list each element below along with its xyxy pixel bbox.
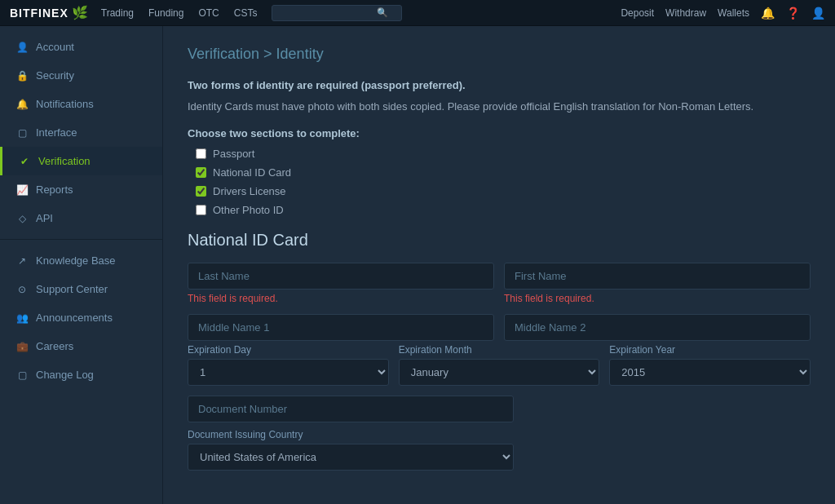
- logo: BITFINEX 🌿: [10, 5, 88, 20]
- middle-name2-group: [504, 314, 811, 341]
- deposit-link[interactable]: Deposit: [621, 7, 654, 19]
- logo-text: BITFINEX: [10, 7, 68, 20]
- middle-name1-group: [188, 314, 494, 341]
- nav-csts[interactable]: CSTs: [234, 7, 258, 19]
- drivers-license-checkbox[interactable]: [196, 186, 206, 197]
- national-id-label: National ID Card: [213, 166, 291, 179]
- expiration-day-select[interactable]: 1 2345 6789 10111213 14151617 18192021 2…: [188, 359, 389, 386]
- sidebar-item-security[interactable]: 🔒 Security: [0, 61, 162, 90]
- wallets-link[interactable]: Wallets: [718, 7, 749, 19]
- breadcrumb-parent: Verification: [188, 46, 259, 62]
- topnav-right: Deposit Withdraw Wallets 🔔 ❓ 👤: [621, 7, 825, 20]
- issuing-country-group: Document Issuing Country United States o…: [188, 429, 811, 471]
- sidebar-item-label: Change Log: [36, 369, 94, 381]
- search-icon: 🔍: [377, 7, 388, 18]
- drivers-license-label: Drivers License: [213, 185, 286, 197]
- expiration-month-select[interactable]: January FebruaryMarchApril MayJuneJuly A…: [399, 359, 600, 386]
- topnav: BITFINEX 🌿 Trading Funding OTC CSTs 🔍 De…: [0, 0, 835, 26]
- support-icon: ⊙: [16, 284, 28, 295]
- notifications-icon: 🔔: [16, 99, 28, 110]
- last-name-group: This field is required.: [188, 263, 494, 311]
- sidebar-item-reports[interactable]: 📈 Reports: [0, 175, 162, 204]
- middle-name2-input[interactable]: [504, 314, 811, 341]
- nav-otc[interactable]: OTC: [198, 7, 219, 19]
- knowledge-base-icon: ↗: [16, 255, 28, 267]
- sidebar-item-api[interactable]: ◇ API: [0, 204, 162, 232]
- security-icon: 🔒: [16, 70, 28, 82]
- careers-icon: 💼: [16, 341, 28, 352]
- nav-funding[interactable]: Funding: [148, 7, 183, 19]
- expiration-day-group: Expiration Day 1 2345 6789 10111213 1415…: [188, 344, 389, 386]
- first-name-input[interactable]: [504, 263, 811, 290]
- sidebar-item-label: Notifications: [36, 98, 94, 110]
- sidebar-item-careers[interactable]: 💼 Careers: [0, 332, 162, 360]
- last-name-input[interactable]: [188, 263, 494, 290]
- sidebar-item-support-center[interactable]: ⊙ Support Center: [0, 275, 162, 303]
- sidebar-item-label: Careers: [36, 340, 73, 352]
- middle-name-row: [188, 314, 811, 341]
- checkbox-national-id[interactable]: National ID Card: [196, 166, 811, 179]
- search-input[interactable]: [279, 7, 377, 19]
- national-id-checkbox[interactable]: [196, 167, 206, 178]
- expiration-year-select[interactable]: 2015 201620172018 201920202021 202220232…: [609, 359, 811, 386]
- main-layout: 👤 Account 🔒 Security 🔔 Notifications ▢ I…: [0, 26, 835, 504]
- exp-month-label: Expiration Month: [399, 344, 600, 356]
- middle-name1-input[interactable]: [188, 314, 494, 341]
- info-bold-text: Two forms of identity are required (pass…: [188, 79, 466, 91]
- section-title: National ID Card: [188, 231, 811, 250]
- logo-leaf-icon: 🌿: [72, 5, 88, 20]
- sidebar-item-label: Announcements: [36, 312, 113, 324]
- bell-icon[interactable]: 🔔: [761, 7, 775, 20]
- last-name-error: This field is required.: [188, 293, 494, 304]
- sidebar-item-label: API: [36, 212, 53, 224]
- sidebar-item-label: Support Center: [36, 283, 108, 295]
- sidebar-item-verification[interactable]: ✔ Verification: [0, 147, 162, 175]
- doc-number-group: [188, 396, 811, 422]
- account-icon: 👤: [16, 42, 28, 53]
- passport-checkbox[interactable]: [196, 148, 206, 159]
- search-bar: 🔍: [272, 5, 402, 21]
- breadcrumb-arrow: >: [263, 46, 276, 62]
- interface-icon: ▢: [16, 127, 28, 139]
- name-row: This field is required. This field is re…: [188, 263, 811, 311]
- sidebar-item-interface[interactable]: ▢ Interface: [0, 118, 162, 147]
- checkbox-drivers-license[interactable]: Drivers License: [196, 185, 811, 197]
- page-header: Verification > Identity: [188, 46, 811, 63]
- issuing-country-select[interactable]: United States of America Canada United K…: [188, 444, 514, 471]
- nav-trading[interactable]: Trading: [101, 7, 134, 19]
- exp-day-label: Expiration Day: [188, 344, 389, 356]
- other-photo-id-checkbox[interactable]: [196, 205, 206, 215]
- sidebar-item-announcements[interactable]: 👥 Announcements: [0, 303, 162, 332]
- sidebar: 👤 Account 🔒 Security 🔔 Notifications ▢ I…: [0, 26, 163, 504]
- sidebar-item-knowledge-base[interactable]: ↗ Knowledge Base: [0, 246, 162, 275]
- first-name-error: This field is required.: [504, 293, 811, 304]
- breadcrumb-current: Identity: [276, 46, 324, 62]
- checkbox-other-photo-id[interactable]: Other Photo ID: [196, 204, 811, 216]
- info-line-2: Identity Cards must have photo with both…: [188, 99, 811, 115]
- doc-number-input[interactable]: [188, 396, 514, 422]
- sidebar-item-label: Interface: [36, 126, 77, 139]
- sidebar-item-account[interactable]: 👤 Account: [0, 33, 162, 61]
- exp-year-label: Expiration Year: [609, 344, 811, 356]
- checkbox-passport[interactable]: Passport: [196, 148, 811, 160]
- first-name-group: This field is required.: [504, 263, 811, 311]
- api-icon: ◇: [16, 213, 28, 224]
- withdraw-link[interactable]: Withdraw: [665, 7, 706, 19]
- sidebar-item-label: Security: [36, 69, 74, 82]
- breadcrumb: Verification > Identity: [188, 46, 324, 62]
- help-icon[interactable]: ❓: [786, 7, 800, 20]
- info-box: Two forms of identity are required (pass…: [188, 77, 811, 114]
- user-icon[interactable]: 👤: [811, 7, 825, 20]
- main-content: Verification > Identity Two forms of ide…: [163, 26, 835, 504]
- expiration-row: Expiration Day 1 2345 6789 10111213 1415…: [188, 344, 811, 386]
- passport-label: Passport: [213, 148, 254, 160]
- reports-icon: 📈: [16, 184, 28, 196]
- verification-icon: ✔: [19, 156, 30, 167]
- info-line-1: Two forms of identity are required (pass…: [188, 77, 811, 94]
- topnav-links: Trading Funding OTC CSTs: [101, 7, 258, 19]
- sidebar-item-label: Account: [36, 41, 74, 53]
- sidebar-item-notifications[interactable]: 🔔 Notifications: [0, 90, 162, 118]
- expiration-year-group: Expiration Year 2015 201620172018 201920…: [609, 344, 811, 386]
- sidebar-item-change-log[interactable]: ▢ Change Log: [0, 360, 162, 389]
- changelog-icon: ▢: [16, 369, 28, 381]
